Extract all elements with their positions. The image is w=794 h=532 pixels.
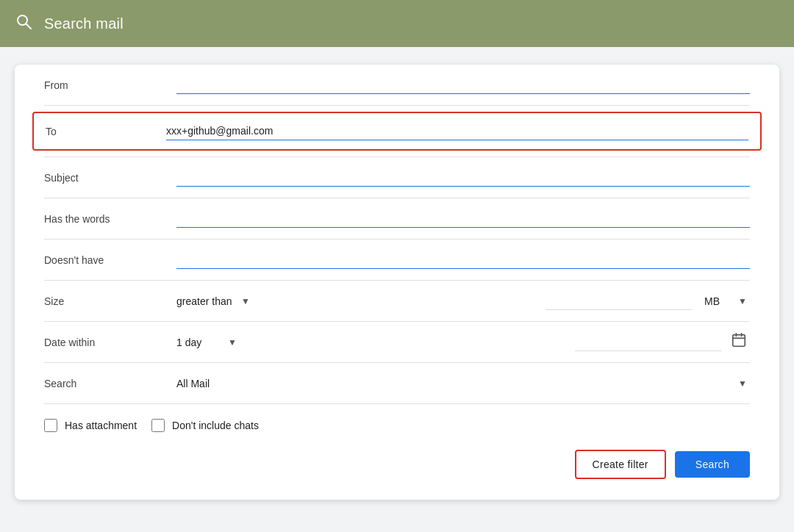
doesnt-have-row: Doesn't have xyxy=(44,240,750,281)
doesnt-have-input[interactable] xyxy=(176,251,750,269)
search-icon-header xyxy=(15,12,32,35)
has-words-row: Has the words xyxy=(44,198,750,240)
to-row-wrapper: To xyxy=(44,106,750,157)
dont-include-chats-label: Don't include chats xyxy=(172,420,259,431)
search-dialog: From To Subject Has the words Doesn't ha… xyxy=(15,65,779,500)
has-attachment-label: Has attachment xyxy=(65,420,137,431)
doesnt-have-label: Doesn't have xyxy=(44,254,176,266)
calendar-button[interactable] xyxy=(728,329,750,355)
search-in-wrapper: All Mail Inbox Sent Drafts Spam Trash ▼ xyxy=(176,375,750,392)
from-label: From xyxy=(44,79,176,91)
date-within-wrapper: 1 day 3 days 1 week 2 weeks 1 month 2 mo… xyxy=(176,334,240,351)
search-in-label: Search xyxy=(44,378,176,389)
from-input[interactable] xyxy=(176,76,750,94)
date-within-label: Date within xyxy=(44,337,176,348)
size-operator-wrapper: greater than less than ▼ xyxy=(176,292,253,310)
has-words-label: Has the words xyxy=(44,213,176,225)
create-filter-button[interactable]: Create filter xyxy=(575,450,666,479)
size-unit-select[interactable]: MB KB bytes xyxy=(704,292,750,310)
search-in-select[interactable]: All Mail Inbox Sent Drafts Spam Trash xyxy=(176,375,750,392)
size-label: Size xyxy=(44,295,176,307)
has-words-input[interactable] xyxy=(176,209,750,228)
to-label: To xyxy=(46,126,166,137)
size-row: Size greater than less than ▼ MB KB byte… xyxy=(44,281,750,322)
subject-label: Subject xyxy=(44,172,176,184)
header-bar: Search mail xyxy=(0,0,794,47)
to-input[interactable] xyxy=(166,122,748,140)
has-attachment-checkbox[interactable] xyxy=(44,419,57,432)
date-row: Date within 1 day 3 days 1 week 2 weeks … xyxy=(44,322,750,363)
date-within-select[interactable]: 1 day 3 days 1 week 2 weeks 1 month 2 mo… xyxy=(176,334,240,351)
dont-include-chats-checkbox[interactable] xyxy=(151,419,165,432)
header-title: Search mail xyxy=(44,15,124,32)
date-input[interactable] xyxy=(575,333,722,351)
has-attachment-item: Has attachment xyxy=(44,419,137,432)
svg-line-1 xyxy=(26,24,32,29)
search-button[interactable]: Search xyxy=(675,451,750,478)
checkboxes-row: Has attachment Don't include chats xyxy=(44,404,750,438)
size-number-input[interactable] xyxy=(546,292,693,310)
subject-input[interactable] xyxy=(176,168,750,187)
to-row: To xyxy=(32,112,762,151)
from-row: From xyxy=(44,65,750,106)
search-in-row: Search All Mail Inbox Sent Drafts Spam T… xyxy=(44,363,750,404)
svg-rect-2 xyxy=(733,335,745,347)
buttons-row: Create filter Search xyxy=(44,438,750,479)
size-operator-select[interactable]: greater than less than xyxy=(176,292,253,310)
dont-include-chats-item: Don't include chats xyxy=(151,419,259,432)
size-unit-wrapper: MB KB bytes ▼ xyxy=(704,292,750,310)
subject-row: Subject xyxy=(44,157,750,198)
